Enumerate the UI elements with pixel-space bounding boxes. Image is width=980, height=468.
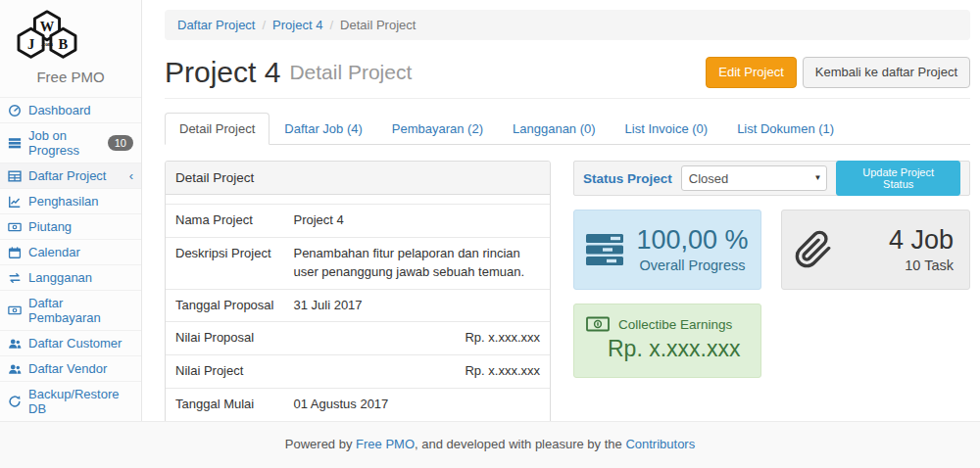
page-title: Project 4 xyxy=(165,56,280,89)
row-value: Penambahan fitur pelaporan dan rincian u… xyxy=(283,237,550,289)
page-header: Project 4 Detail Project Edit Project Ke… xyxy=(165,56,970,99)
tab-daftar-job[interactable]: Daftar Job (4) xyxy=(270,113,376,145)
table-row: Nama Project Project 4 xyxy=(166,205,550,238)
line-chart-icon xyxy=(8,195,22,209)
sidebar-item-calendar[interactable]: Calendar xyxy=(0,240,141,265)
table-row: Nilai Project Rp. x.xxx.xxx xyxy=(166,355,550,389)
row-label: Nama Project xyxy=(166,205,283,238)
update-project-status-button[interactable]: Update Project Status xyxy=(836,161,960,196)
status-project-select[interactable]: Closed xyxy=(681,165,828,191)
sidebar-item-daftar-pembayaran[interactable]: Daftar Pembayaran xyxy=(0,291,141,331)
row-value: Rp. x.xxx.xxx xyxy=(283,322,550,355)
status-project-bar: Status Project Closed Update Project Sta… xyxy=(573,161,970,196)
refresh-icon xyxy=(8,395,22,408)
sidebar-item-label: Penghasilan xyxy=(28,194,99,209)
row-value: Project 4 xyxy=(283,205,550,238)
sidebar-item-backup-restore-db[interactable]: Backup/Restore DB xyxy=(0,382,141,422)
contributors-link[interactable]: Contributors xyxy=(625,437,695,451)
sidebar-item-dashboard[interactable]: Dashboard xyxy=(0,97,141,123)
row-label: Nilai Proposal xyxy=(166,322,283,355)
table-row: Deskripsi Project Penambahan fitur pelap… xyxy=(166,237,550,289)
sidebar-item-daftar-vendor[interactable]: Daftar Vendor xyxy=(0,356,141,382)
collectible-earnings-box: Collectibe Earnings Rp. x.xxx.xxx xyxy=(573,304,761,378)
sidebar-item-label: Job on Progress xyxy=(28,128,101,158)
table-icon xyxy=(8,169,22,183)
table-row: Tanggal Mulai 01 Agustus 2017 xyxy=(166,389,550,422)
sidebar-item-daftar-customer[interactable]: Daftar Customer xyxy=(0,331,141,356)
status-select-wrap: Closed xyxy=(681,165,828,191)
table-row: Tanggal Proposal 31 Juli 2017 xyxy=(166,289,550,322)
money-icon xyxy=(586,316,610,332)
breadcrumb-link-daftar-project[interactable]: Daftar Project xyxy=(177,18,255,32)
panel-title: Detail Project xyxy=(166,162,550,195)
footer-text: , and developed with pleasure by the xyxy=(415,437,625,451)
row-label: Deskripsi Project xyxy=(166,237,283,289)
breadcrumb-link-project-4[interactable]: Project 4 xyxy=(272,18,322,32)
sidebar: W J B .com Free PMO Dashboard Job on Pro… xyxy=(0,0,142,468)
row-label: Tanggal Mulai xyxy=(166,389,283,422)
job-count-value: 4 Job xyxy=(889,226,954,256)
tab-list-dokumen[interactable]: List Dokumen (1) xyxy=(722,113,849,145)
row-value: 01 Agustus 2017 xyxy=(283,389,550,422)
job-count-box: 4 Job 10 Task xyxy=(781,210,970,290)
free-pmo-link[interactable]: Free PMO xyxy=(356,437,415,451)
tasks-icon xyxy=(586,232,625,267)
brand-name: Free PMO xyxy=(0,69,141,85)
summary-boxes-row: 100,00 % Overall Progress 4 Job 10 Task xyxy=(573,210,970,290)
edit-project-button[interactable]: Edit Project xyxy=(706,57,796,88)
tab-langganan[interactable]: Langganan (0) xyxy=(498,113,611,145)
logo-letter-b: B xyxy=(59,36,69,52)
sidebar-item-label: Daftar Project xyxy=(28,168,106,183)
dashboard-icon xyxy=(8,104,22,117)
users-icon xyxy=(8,362,22,376)
logo-letter-j: J xyxy=(27,36,34,52)
row-value: 31 Juli 2017 xyxy=(283,289,550,322)
footer: Powered by Free PMO, and developed with … xyxy=(0,421,980,468)
sidebar-item-daftar-project[interactable]: Daftar Project xyxy=(0,164,141,189)
sidebar-item-piutang[interactable]: Piutang xyxy=(0,214,141,240)
earnings-value: Rp. x.xxx.xxx xyxy=(586,336,749,362)
task-count-caption: 10 Task xyxy=(889,257,954,273)
jwb-hexagons-logo-icon: W J B .com xyxy=(0,8,94,65)
breadcrumb: Daftar ProjectProject 4Detail Project xyxy=(165,10,970,40)
back-to-project-list-button[interactable]: Kembali ke daftar Project xyxy=(803,57,970,88)
footer-text: Powered by xyxy=(285,437,356,451)
overall-progress-caption: Overall Progress xyxy=(640,257,746,273)
sidebar-item-penghasilan[interactable]: Penghasilan xyxy=(0,189,141,214)
money-icon xyxy=(8,304,22,317)
sidebar-item-label: Backup/Restore DB xyxy=(28,387,133,416)
chevron-left-icon xyxy=(129,169,133,182)
header-actions: Edit Project Kembali ke daftar Project xyxy=(706,57,970,88)
money-icon xyxy=(8,220,22,234)
sidebar-item-label: Daftar Pembayaran xyxy=(28,296,133,325)
sidebar-item-job-on-progress[interactable]: Job on Progress 10 xyxy=(0,123,141,164)
sidebar-item-label: Langganan xyxy=(28,270,92,285)
tab-pembayaran[interactable]: Pembayaran (2) xyxy=(377,113,498,145)
row-label: Nilai Project xyxy=(166,355,283,389)
tab-detail-project[interactable]: Detail Project xyxy=(165,113,270,145)
breadcrumb-separator xyxy=(322,18,340,32)
exchange-icon xyxy=(8,271,22,285)
table-row: Nilai Proposal Rp. x.xxx.xxx xyxy=(166,322,550,355)
main-content: Daftar ProjectProject 4Detail Project Pr… xyxy=(142,0,980,468)
tasks-icon xyxy=(8,136,22,150)
status-project-label: Status Project xyxy=(583,171,672,186)
sidebar-item-label: Calendar xyxy=(28,245,80,259)
logo-dotcom: .com xyxy=(41,41,53,47)
overall-progress-box: 100,00 % Overall Progress xyxy=(573,210,761,290)
tab-list-invoice[interactable]: List Invoice (0) xyxy=(611,113,723,145)
jwb-logo: W J B .com xyxy=(0,0,141,65)
job-count-badge: 10 xyxy=(108,135,133,151)
sidebar-item-label: Piutang xyxy=(28,219,72,234)
overall-progress-value: 100,00 % xyxy=(636,226,748,256)
page-subtitle: Detail Project xyxy=(289,61,412,84)
earnings-caption: Collectibe Earnings xyxy=(618,317,732,332)
app-window: W J B .com Free PMO Dashboard Job on Pro… xyxy=(0,0,980,468)
sidebar-item-label: Daftar Vendor xyxy=(28,361,107,376)
sidebar-item-langganan[interactable]: Langganan xyxy=(0,265,141,291)
breadcrumb-current: Detail Project xyxy=(340,18,416,32)
paperclip-icon xyxy=(794,228,833,271)
logo-letter-w: W xyxy=(40,19,55,34)
breadcrumb-separator xyxy=(255,18,272,32)
sidebar-item-label: Dashboard xyxy=(28,103,91,117)
